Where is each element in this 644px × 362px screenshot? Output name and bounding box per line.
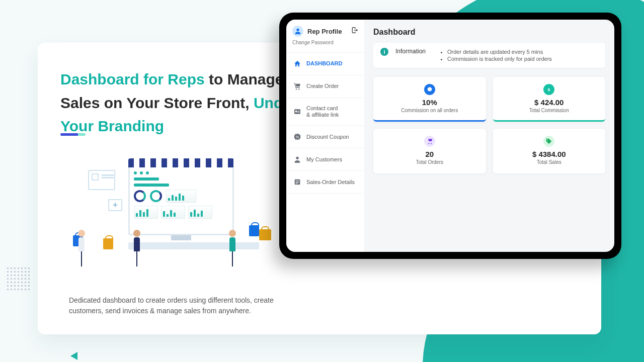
shopping-bag-icon [249,225,259,236]
change-password-link[interactable]: Change Password [292,40,358,45]
stat-label: Commission on all orders [377,108,482,113]
storefront-illustration: + [58,156,289,266]
card-icon [293,108,301,116]
sidebar-nav: DASHBOARD Create Order Contact card & af… [286,52,364,194]
avatar-icon [292,26,303,37]
headline: Dashboard for Reps to Manage Sales on Yo… [60,68,312,138]
svg-rect-4 [295,111,297,112]
svg-text:$: $ [548,87,550,92]
shopping-bag-icon [259,229,271,240]
svg-rect-11 [296,182,299,183]
person-icon [78,230,85,266]
nav-my-customers[interactable]: My Customers [286,148,364,171]
nav-label: Create Order [306,83,339,89]
dots-pattern-left [6,266,31,292]
stat-total-sales: $ 4384.00 Total Sales [493,129,606,173]
info-item: Order details are updated every 5 mins [447,49,552,55]
stat-commission-rate: 10% Commission on all orders [373,77,486,122]
user-icon [293,155,301,163]
info-list: Order details are updated every 5 mins C… [440,48,552,63]
information-panel: i Information Order details are updated … [373,43,605,68]
svg-rect-3 [294,110,300,114]
person-icon [229,230,236,266]
nav-label: Contact card & affiliate link [306,105,339,118]
info-icon: i [380,48,388,56]
coupon-icon: % [293,133,301,141]
nav-label: DASHBOARD [306,60,343,67]
nav-label: My Customers [306,156,342,163]
nav-contact-card[interactable]: Contact card & affiliate link [286,98,364,126]
svg-rect-5 [298,111,300,112]
floating-card-icon [88,170,115,190]
svg-point-14 [428,143,429,144]
headline-highlight-1: Dashboard for Reps [60,71,205,87]
headline-underline [60,133,86,136]
svg-point-8 [296,157,298,159]
svg-rect-12 [296,184,298,184]
stat-total-orders: 20 Total Orders [373,129,486,173]
svg-point-16 [547,140,548,141]
profile-name: Rep Profile [307,28,347,35]
main-content: Dashboard i Information Order details ar… [364,20,614,252]
sidebar: Rep Profile Change Password DASHBOARD Cr… [286,20,364,252]
home-icon [293,60,301,68]
tablet-frame: Rep Profile Change Password DASHBOARD Cr… [279,13,621,259]
stat-label: Total Sales [497,159,602,165]
stat-label: Total Commission [497,108,602,113]
nav-dashboard[interactable]: DASHBOARD [286,53,364,75]
nav-sales-order-details[interactable]: Sales-Order Details [286,171,364,194]
stat-value: $ 424.00 [497,98,602,107]
nav-label: Discount Coupon [306,134,349,140]
floating-plus-icon: + [108,199,122,211]
svg-rect-6 [298,112,300,113]
svg-text:%: % [296,135,299,139]
nav-label: Sales-Order Details [306,179,355,186]
badge-percent-icon [424,84,435,95]
cart-icon [293,82,301,90]
person-icon [133,230,140,266]
stat-label: Total Orders [377,159,482,165]
svg-point-15 [431,143,432,144]
orders-cart-icon [424,136,435,147]
page-title: Dashboard [373,28,605,37]
stats-grid: 10% Commission on all orders $ $ 424.00 … [373,77,605,173]
svg-point-2 [298,88,299,89]
promo-description: Dedicated dashboard to create orders usi… [69,295,280,317]
logout-icon[interactable] [351,27,358,36]
stat-total-commission: $ $ 424.00 Total Commission [493,77,606,122]
svg-rect-10 [296,181,299,182]
stat-value: 10% [377,98,482,107]
nav-discount-coupon[interactable]: % Discount Coupon [286,126,364,148]
svg-point-0 [296,29,299,31]
stat-value: 20 [377,150,482,158]
nav-create-order[interactable]: Create Order [286,75,364,98]
profile-block: Rep Profile Change Password [286,20,364,48]
list-icon [293,178,301,186]
shopping-bag-icon [103,238,113,249]
stat-value: $ 4384.00 [497,150,602,158]
info-item: Commission is tracked only for paid orde… [447,56,552,62]
tag-icon [543,136,554,147]
dollar-icon: $ [543,84,554,95]
triangle-back-icon [70,352,77,360]
svg-point-1 [296,88,297,89]
info-label: Information [395,48,433,55]
